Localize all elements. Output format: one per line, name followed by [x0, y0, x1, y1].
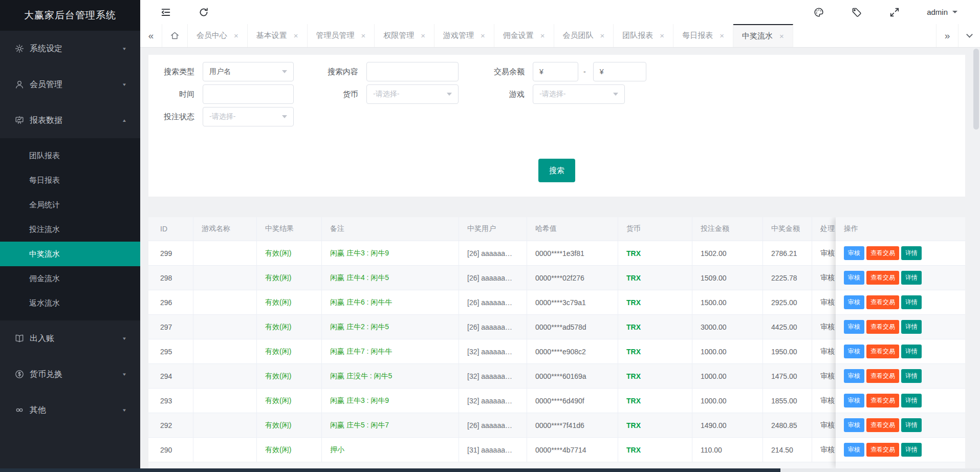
sidebar-item-member[interactable]: 会员管理▼ [0, 67, 140, 102]
tag-icon[interactable] [851, 7, 862, 18]
horizontal-scrollbar[interactable] [0, 468, 980, 472]
sidebar-item-accounts[interactable]: 出入账▼ [0, 320, 140, 356]
currency-select[interactable]: -请选择- [366, 84, 459, 104]
cell-remark: 闲赢 庄牛3 : 闲牛9 [322, 241, 459, 265]
column-header-0: ID [148, 217, 193, 241]
close-icon[interactable]: × [779, 32, 784, 40]
sidebar-item-label: 出入账 [25, 333, 122, 344]
field-time: 时间 [159, 84, 294, 104]
cell-game [193, 364, 257, 388]
time-input[interactable] [203, 84, 294, 104]
close-icon[interactable]: × [540, 32, 545, 39]
field-bet-status: 投注状态 -请选择- [159, 107, 294, 126]
vertical-scrollbar-thumb[interactable] [973, 49, 979, 130]
cell-result: 有效(闲) [257, 364, 322, 388]
close-icon[interactable]: × [660, 32, 664, 39]
detail-button[interactable]: 详情 [901, 369, 922, 383]
audit-button[interactable]: 审核 [844, 271, 864, 285]
chevron-down-icon [282, 70, 287, 76]
audit-button[interactable]: 审核 [844, 369, 864, 383]
sidebar-item-exchange[interactable]: 货币兑换▼ [0, 356, 140, 392]
tab-9[interactable]: 每日报表× [673, 24, 733, 47]
cell-bet: 1000.00 [692, 339, 763, 363]
results-table: ID游戏名称中奖结果备注中奖用户哈希值货币投注金额中奖金额处理 299有效(闲)… [148, 217, 965, 468]
close-icon[interactable]: × [294, 32, 298, 39]
search-content-input[interactable] [366, 62, 459, 81]
detail-button[interactable]: 详情 [901, 246, 922, 260]
close-icon[interactable]: × [234, 32, 238, 39]
sidebar-item-commission-flow[interactable]: 佣金流水 [0, 266, 140, 291]
balance-min-input[interactable]: ¥ [533, 62, 578, 81]
search-button[interactable]: 搜索 [538, 159, 575, 182]
audit-button[interactable]: 审核 [844, 394, 864, 407]
view-transaction-button[interactable]: 查看交易 [866, 345, 899, 358]
audit-button[interactable]: 审核 [844, 418, 864, 432]
tab-7[interactable]: 会员团队× [554, 24, 614, 47]
tab-5[interactable]: 游戏管理× [434, 24, 494, 47]
detail-button[interactable]: 详情 [901, 418, 922, 432]
audit-button[interactable]: 审核 [844, 345, 864, 358]
detail-button[interactable]: 详情 [901, 295, 922, 309]
scroll-tabs-left-button[interactable]: « [140, 24, 162, 47]
tab-10-active[interactable]: 中奖流水× [733, 24, 793, 47]
cell-id: 292 [148, 413, 193, 437]
user-menu[interactable]: admin [927, 8, 957, 16]
cell-hash: 0000****1e3f81 [527, 241, 618, 265]
horizontal-scrollbar-thumb[interactable] [0, 468, 780, 472]
view-transaction-button[interactable]: 查看交易 [866, 394, 899, 407]
close-icon[interactable]: × [361, 32, 366, 39]
close-icon[interactable]: × [481, 32, 485, 39]
sidebar-item-rebate-flow[interactable]: 返水流水 [0, 291, 140, 315]
close-icon[interactable]: × [421, 32, 425, 39]
bet-status-select[interactable]: -请选择- [203, 107, 294, 126]
balance-label: 交易余额 [485, 67, 525, 77]
palette-icon[interactable] [813, 7, 824, 18]
sidebar-item-label: 报表数据 [25, 115, 122, 126]
scroll-tabs-right-button[interactable]: » [936, 24, 958, 47]
tab-3[interactable]: 管理员管理× [308, 24, 375, 47]
tab-8[interactable]: 团队报表× [614, 24, 673, 47]
view-transaction-button[interactable]: 查看交易 [866, 246, 899, 260]
view-transaction-button[interactable]: 查看交易 [866, 271, 899, 285]
tab-home[interactable] [162, 24, 188, 47]
cell-result: 有效(闲) [257, 389, 322, 413]
fullscreen-icon[interactable] [889, 7, 900, 18]
game-select[interactable]: -请选择- [533, 84, 625, 104]
sidebar-item-global-stats[interactable]: 全局统计 [0, 192, 140, 217]
close-icon[interactable]: × [600, 32, 605, 39]
detail-button[interactable]: 详情 [901, 320, 922, 334]
tab-operations-button[interactable] [958, 24, 980, 47]
tab-4[interactable]: 权限管理× [375, 24, 434, 47]
view-transaction-button[interactable]: 查看交易 [866, 369, 899, 383]
audit-button[interactable]: 审核 [844, 246, 864, 260]
view-transaction-button[interactable]: 查看交易 [866, 443, 899, 457]
sidebar-item-win-flow[interactable]: 中奖流水 [0, 242, 140, 266]
view-transaction-button[interactable]: 查看交易 [866, 418, 899, 432]
sidebar-item-report[interactable]: 报表数据▲ [0, 102, 140, 138]
audit-button[interactable]: 审核 [844, 320, 864, 334]
audit-button[interactable]: 审核 [844, 295, 864, 309]
detail-button[interactable]: 详情 [901, 443, 922, 457]
collapse-menu-icon[interactable] [160, 7, 171, 18]
detail-button[interactable]: 详情 [901, 394, 922, 407]
cell-id: 293 [148, 389, 193, 413]
balance-max-input[interactable]: ¥ [593, 62, 646, 81]
sidebar-item-team-report[interactable]: 团队报表 [0, 143, 140, 168]
tab-1[interactable]: 会员中心× [188, 24, 248, 47]
infinity-icon [14, 405, 25, 415]
detail-button[interactable]: 详情 [901, 345, 922, 358]
close-icon[interactable]: × [720, 32, 724, 39]
tab-2[interactable]: 基本设置× [248, 24, 308, 47]
audit-button[interactable]: 审核 [844, 443, 864, 457]
view-transaction-button[interactable]: 查看交易 [866, 320, 899, 334]
view-transaction-button[interactable]: 查看交易 [866, 295, 899, 309]
tab-6[interactable]: 佣金设置× [494, 24, 554, 47]
sidebar-item-bet-flow[interactable]: 投注流水 [0, 217, 140, 242]
sidebar-item-other[interactable]: 其他▼ [0, 392, 140, 428]
detail-button[interactable]: 详情 [901, 271, 922, 285]
sidebar-item-system[interactable]: 系统设定▼ [0, 31, 140, 67]
sidebar-item-daily-report[interactable]: 每日报表 [0, 168, 140, 192]
refresh-icon[interactable] [198, 7, 209, 18]
user-name: admin [927, 8, 948, 16]
search-type-select[interactable]: 用户名 [203, 62, 294, 81]
